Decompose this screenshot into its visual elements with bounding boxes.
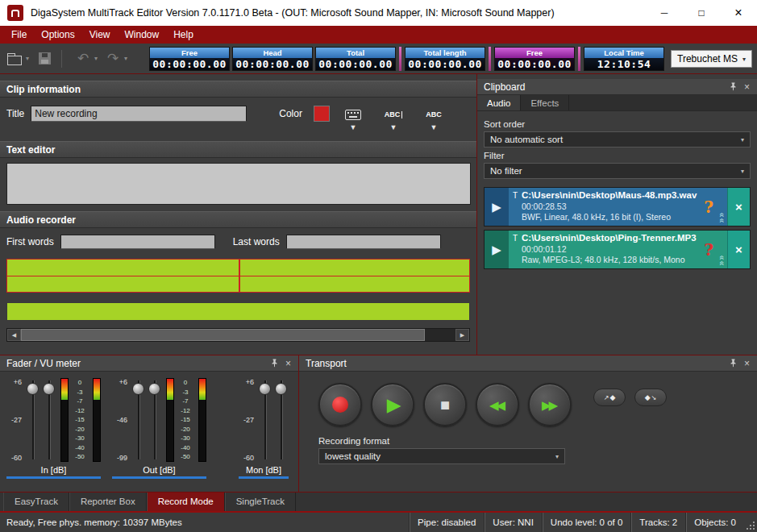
filter-select[interactable]: No filter ▾ xyxy=(484,163,751,179)
menu-file[interactable]: File xyxy=(4,27,34,43)
tab-record-mode[interactable]: Record Mode xyxy=(147,493,225,511)
item-text: C:\Users\nin\Desktop\Maus-48.mp3.wav 00:… xyxy=(522,188,700,226)
undo-dropdown-icon[interactable]: ▾ xyxy=(94,55,98,62)
fader-pin-button[interactable] xyxy=(268,357,281,370)
fader-slider-mon-left[interactable] xyxy=(258,378,272,462)
resize-grip[interactable] xyxy=(744,513,757,532)
counter-total: Total 00:00:00.00 xyxy=(315,47,396,71)
record-button[interactable] xyxy=(318,383,362,426)
color-swatch[interactable] xyxy=(314,106,330,122)
item-play-button[interactable]: ▶ xyxy=(485,188,509,226)
clipboard-item[interactable]: ▶ T C:\Users\nin\Desktop\Maus-48.mp3.wav… xyxy=(484,187,751,227)
title-input[interactable] xyxy=(31,106,247,122)
tab-audio[interactable]: Audio xyxy=(477,95,521,110)
fader-slider-mon-right[interactable] xyxy=(274,378,289,462)
fader-knob[interactable] xyxy=(148,383,160,395)
scroll-right-button[interactable]: ▶ xyxy=(455,329,469,341)
chevron-down-icon[interactable]: ▼ xyxy=(389,123,397,131)
play-icon: ▶ xyxy=(387,396,401,414)
transport-close-button[interactable]: × xyxy=(740,357,754,370)
counter-label: Local Time xyxy=(584,48,663,58)
fader-knob[interactable] xyxy=(132,383,144,395)
fader-slider-in-left[interactable] xyxy=(26,378,40,462)
clipboard-close-button[interactable]: × xyxy=(740,81,754,94)
fader-knob[interactable] xyxy=(27,383,39,395)
fader-group-mon: +6 -27 -60 Mon [dB] xyxy=(239,378,289,479)
window-title: DigaSystem MultiTrack Editor Version 7.0… xyxy=(31,7,646,19)
fader-slider-out-left[interactable] xyxy=(131,378,146,462)
open-dropdown-icon[interactable]: ▾ xyxy=(26,55,29,62)
fader-knob[interactable] xyxy=(259,383,271,395)
fader-slider-in-right[interactable] xyxy=(42,378,56,462)
maximize-button[interactable]: □ xyxy=(683,0,720,26)
fader-knob[interactable] xyxy=(43,383,55,395)
insert-clip-button[interactable]: ↗ ◆ xyxy=(593,389,626,406)
stop-button[interactable]: ■ xyxy=(423,383,467,426)
undo-button[interactable]: ↶ xyxy=(73,48,94,69)
font-selector[interactable]: Trebuchet MS ▾ xyxy=(671,50,752,68)
scroll-left-button[interactable]: ◀ xyxy=(7,329,21,341)
tab-reporter-box[interactable]: Reporter Box xyxy=(69,493,147,511)
fast-forward-button[interactable]: ▶▶ xyxy=(528,383,572,426)
tab-singletrack[interactable]: SingleTrack xyxy=(225,493,296,511)
fader-close-button[interactable]: × xyxy=(281,357,295,370)
fader-knob[interactable] xyxy=(275,383,287,395)
prelisten-ear-icon[interactable]: ? xyxy=(700,231,717,268)
chevron-down-icon[interactable]: ▼ xyxy=(349,123,356,131)
item-duration: 00:00:01.12 xyxy=(522,244,700,254)
recorder-tracks: ◀ ▶ xyxy=(6,259,470,342)
item-remove-button[interactable]: × xyxy=(727,231,750,268)
scrollbar-track[interactable] xyxy=(21,329,455,341)
recording-format-select[interactable]: lowest quality ▾ xyxy=(318,448,565,464)
scrollbar-thumb[interactable] xyxy=(21,329,425,341)
chevron-up-icon: « xyxy=(720,261,726,266)
redo-button[interactable]: ↷ xyxy=(102,48,123,69)
status-user: User: NNI xyxy=(484,513,541,532)
scale-tick: -46 xyxy=(117,416,127,424)
first-words-input[interactable] xyxy=(60,235,215,249)
open-button[interactable] xyxy=(4,48,25,69)
item-play-button[interactable]: ▶ xyxy=(485,231,509,268)
keyboard-shortcuts-button[interactable]: ▼ xyxy=(336,106,370,131)
save-button[interactable] xyxy=(34,48,55,69)
minimize-button[interactable]: ─ xyxy=(646,0,683,26)
status-tracks: Tracks: 2 xyxy=(630,513,685,532)
recorder-track-3[interactable] xyxy=(6,302,470,321)
fader-scale: +6 -46 -99 xyxy=(112,378,130,462)
clip-information-header: Clip information xyxy=(0,81,476,98)
menu-window[interactable]: Window xyxy=(118,27,167,43)
clipboard-item[interactable]: ▶ T C:\Users\nin\Desktop\Ping-Trenner.MP… xyxy=(484,230,751,269)
words-row: First words Last words xyxy=(0,228,476,254)
prelisten-ear-icon[interactable]: ? xyxy=(700,188,717,226)
close-window-button[interactable]: × xyxy=(720,0,757,26)
extract-clip-button[interactable]: ◆ ↘ xyxy=(634,389,667,406)
tab-effects[interactable]: Effects xyxy=(521,95,569,110)
item-remove-button[interactable]: × xyxy=(727,188,750,226)
play-button[interactable]: ▶ xyxy=(371,383,414,426)
text-template-button[interactable]: ABC ▼ xyxy=(417,106,451,131)
rewind-button[interactable]: ◀◀ xyxy=(476,383,519,426)
sort-order-select[interactable]: No automatic sort ▾ xyxy=(484,131,751,148)
chevron-down-icon[interactable]: ▼ xyxy=(430,123,437,131)
fast-forward-icon: ▶▶ xyxy=(542,399,555,411)
clipboard-pin-button[interactable] xyxy=(726,81,740,94)
text-editor-area[interactable] xyxy=(6,163,471,205)
redo-dropdown-icon[interactable]: ▾ xyxy=(124,55,127,62)
text-insert-button[interactable]: ABC ▼ xyxy=(376,106,410,131)
clipboard-body: Sort order No automatic sort ▾ Filter No… xyxy=(477,111,757,274)
arrow-up-right-icon: ↗ xyxy=(604,394,609,401)
tab-easytrack[interactable]: EasyTrack xyxy=(3,493,69,511)
first-words-label: First words xyxy=(6,236,54,247)
scroll-right-icon: ▶ xyxy=(460,332,464,339)
menu-options[interactable]: Options xyxy=(34,27,81,43)
fader-panel: Fader / VU meter × +6 -27 -60 0 -3 -7 -1… xyxy=(0,355,299,492)
last-words-input[interactable] xyxy=(286,235,441,249)
fader-slider-out-right[interactable] xyxy=(148,378,162,462)
recorder-scrollbar[interactable]: ◀ ▶ xyxy=(6,328,470,342)
fader-group-label: Mon [dB] xyxy=(239,465,289,479)
menu-help[interactable]: Help xyxy=(166,27,201,43)
minimize-icon: ─ xyxy=(661,8,668,18)
transport-pin-button[interactable] xyxy=(726,357,740,370)
menu-view[interactable]: View xyxy=(82,27,118,43)
fader-group-label: Out [dB] xyxy=(112,465,206,479)
